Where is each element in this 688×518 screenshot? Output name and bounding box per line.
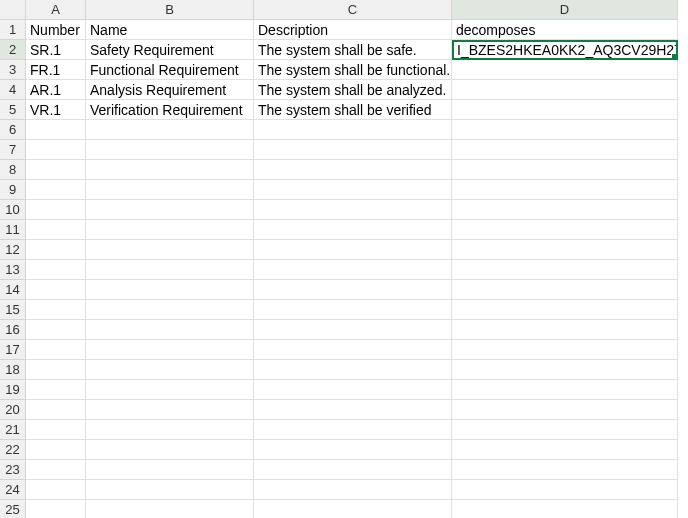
cell-C1[interactable]: Description <box>254 20 452 40</box>
cell-D19[interactable] <box>452 380 678 400</box>
cell-C5[interactable]: The system shall be verified <box>254 100 452 120</box>
cell-A9[interactable] <box>26 180 86 200</box>
cell-C19[interactable] <box>254 380 452 400</box>
cell-C15[interactable] <box>254 300 452 320</box>
cell-A23[interactable] <box>26 460 86 480</box>
cell-D23[interactable] <box>452 460 678 480</box>
cell-B1[interactable]: Name <box>86 20 254 40</box>
cell-B12[interactable] <box>86 240 254 260</box>
cell-D2[interactable]: I_BZES2HKEA0KK2_AQ3CV29H27JEJ <box>452 40 678 60</box>
cell-C16[interactable] <box>254 320 452 340</box>
cell-A14[interactable] <box>26 280 86 300</box>
row-header-1[interactable]: 1 <box>0 20 26 40</box>
cell-D22[interactable] <box>452 440 678 460</box>
row-header-20[interactable]: 20 <box>0 400 26 420</box>
cell-B7[interactable] <box>86 140 254 160</box>
row-header-14[interactable]: 14 <box>0 280 26 300</box>
row-header-4[interactable]: 4 <box>0 80 26 100</box>
cell-B14[interactable] <box>86 280 254 300</box>
cell-A25[interactable] <box>26 500 86 518</box>
cell-B11[interactable] <box>86 220 254 240</box>
cell-D12[interactable] <box>452 240 678 260</box>
cell-C18[interactable] <box>254 360 452 380</box>
cell-D1[interactable]: decomposes <box>452 20 678 40</box>
cell-A3[interactable]: FR.1 <box>26 60 86 80</box>
cell-B22[interactable] <box>86 440 254 460</box>
cell-B8[interactable] <box>86 160 254 180</box>
cell-A22[interactable] <box>26 440 86 460</box>
cell-D8[interactable] <box>452 160 678 180</box>
cell-D9[interactable] <box>452 180 678 200</box>
cell-D17[interactable] <box>452 340 678 360</box>
cell-C10[interactable] <box>254 200 452 220</box>
cell-C12[interactable] <box>254 240 452 260</box>
cell-C25[interactable] <box>254 500 452 518</box>
cell-A1[interactable]: Number <box>26 20 86 40</box>
cell-C9[interactable] <box>254 180 452 200</box>
row-header-16[interactable]: 16 <box>0 320 26 340</box>
cell-A16[interactable] <box>26 320 86 340</box>
cell-D20[interactable] <box>452 400 678 420</box>
cell-B19[interactable] <box>86 380 254 400</box>
cell-A19[interactable] <box>26 380 86 400</box>
row-header-3[interactable]: 3 <box>0 60 26 80</box>
col-header-B[interactable]: B <box>86 0 254 20</box>
col-header-A[interactable]: A <box>26 0 86 20</box>
cell-A12[interactable] <box>26 240 86 260</box>
cell-A2[interactable]: SR.1 <box>26 40 86 60</box>
cell-C7[interactable] <box>254 140 452 160</box>
row-header-17[interactable]: 17 <box>0 340 26 360</box>
cell-A18[interactable] <box>26 360 86 380</box>
row-header-24[interactable]: 24 <box>0 480 26 500</box>
cell-C20[interactable] <box>254 400 452 420</box>
cell-C11[interactable] <box>254 220 452 240</box>
cell-A6[interactable] <box>26 120 86 140</box>
row-header-18[interactable]: 18 <box>0 360 26 380</box>
cell-B13[interactable] <box>86 260 254 280</box>
cell-A11[interactable] <box>26 220 86 240</box>
col-header-C[interactable]: C <box>254 0 452 20</box>
cell-D24[interactable] <box>452 480 678 500</box>
cell-B2[interactable]: Safety Requirement <box>86 40 254 60</box>
row-header-7[interactable]: 7 <box>0 140 26 160</box>
cell-B16[interactable] <box>86 320 254 340</box>
cell-C14[interactable] <box>254 280 452 300</box>
cell-B24[interactable] <box>86 480 254 500</box>
cell-C13[interactable] <box>254 260 452 280</box>
row-header-13[interactable]: 13 <box>0 260 26 280</box>
row-header-5[interactable]: 5 <box>0 100 26 120</box>
cell-D14[interactable] <box>452 280 678 300</box>
cell-B10[interactable] <box>86 200 254 220</box>
cell-A21[interactable] <box>26 420 86 440</box>
cell-D3[interactable] <box>452 60 678 80</box>
cell-C23[interactable] <box>254 460 452 480</box>
cell-C6[interactable] <box>254 120 452 140</box>
cell-A24[interactable] <box>26 480 86 500</box>
row-header-15[interactable]: 15 <box>0 300 26 320</box>
cell-B17[interactable] <box>86 340 254 360</box>
cell-D21[interactable] <box>452 420 678 440</box>
row-header-21[interactable]: 21 <box>0 420 26 440</box>
row-header-12[interactable]: 12 <box>0 240 26 260</box>
cell-B20[interactable] <box>86 400 254 420</box>
row-header-19[interactable]: 19 <box>0 380 26 400</box>
row-header-11[interactable]: 11 <box>0 220 26 240</box>
cell-B6[interactable] <box>86 120 254 140</box>
cell-B15[interactable] <box>86 300 254 320</box>
row-header-23[interactable]: 23 <box>0 460 26 480</box>
cell-A5[interactable]: VR.1 <box>26 100 86 120</box>
cell-D16[interactable] <box>452 320 678 340</box>
row-header-6[interactable]: 6 <box>0 120 26 140</box>
col-header-D[interactable]: D <box>452 0 678 20</box>
cell-A13[interactable] <box>26 260 86 280</box>
cell-C22[interactable] <box>254 440 452 460</box>
select-all-corner[interactable] <box>0 0 26 20</box>
cell-B5[interactable]: Verification Requirement <box>86 100 254 120</box>
cell-D5[interactable] <box>452 100 678 120</box>
cell-A4[interactable]: AR.1 <box>26 80 86 100</box>
row-header-22[interactable]: 22 <box>0 440 26 460</box>
cell-D13[interactable] <box>452 260 678 280</box>
cell-B18[interactable] <box>86 360 254 380</box>
cell-B21[interactable] <box>86 420 254 440</box>
cell-B25[interactable] <box>86 500 254 518</box>
